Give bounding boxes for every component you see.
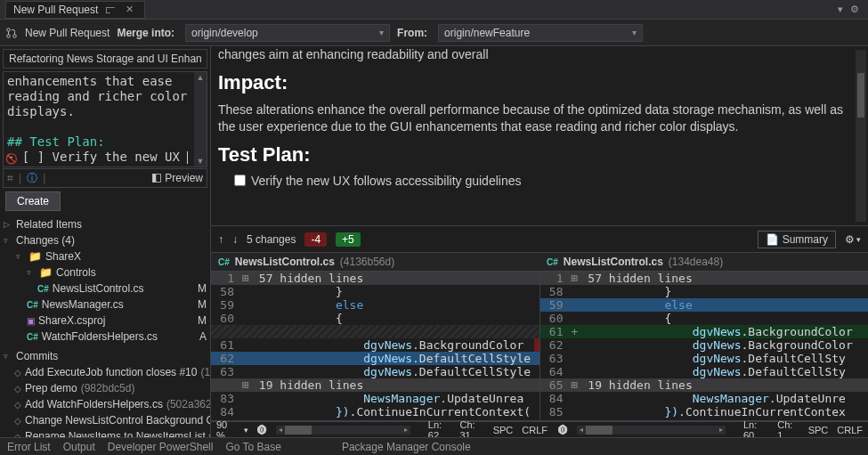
line-number: 61: [540, 325, 569, 338]
code-line[interactable]: 61 dgvNews.BackgroundColor: [211, 338, 539, 352]
gutter[interactable]: ⊞: [239, 272, 252, 285]
diff-file-right[interactable]: C# NewsListControl.cs (134dea48): [539, 253, 868, 271]
tab-developer-powershell[interactable]: Developer PowerShell: [108, 441, 214, 453]
line-number: 1: [211, 272, 239, 285]
commit-item[interactable]: ◇ Add ExecuteJob function closes #10 (13…: [0, 364, 210, 380]
indent-mode[interactable]: SPC: [808, 425, 829, 435]
scroll-up-icon[interactable]: ▲: [196, 72, 206, 83]
file-item[interactable]: ▣ShareX.csprojM: [0, 313, 210, 329]
tab-error-list[interactable]: Error List: [7, 441, 51, 453]
code-line[interactable]: 62 dgvNews.BackgroundColor: [540, 338, 869, 352]
zoom-level[interactable]: 90 %: [216, 419, 235, 438]
info-icon[interactable]: ⓘ: [27, 171, 37, 186]
code-line[interactable]: 61+ dgvNews.BackgroundColor: [540, 325, 869, 338]
commit-item[interactable]: ◇ Change NewsListControl Background Colo…: [0, 412, 210, 428]
diff-right-pane[interactable]: 1⊞ 57 hidden lines58 }59 else60 {61+ dgv…: [540, 272, 869, 420]
markdown-icon[interactable]: ⌗: [7, 172, 13, 184]
create-button[interactable]: Create: [5, 191, 61, 211]
document-tab[interactable]: New Pull Request ⫍ ✕: [5, 1, 145, 19]
code-line[interactable]: 62 dgvNews.DefaultCellStyle: [211, 352, 539, 365]
line-number: 62: [211, 352, 239, 365]
scrollbar[interactable]: ▲ ▼: [194, 72, 207, 167]
folder-sharex[interactable]: ▿📁ShareX: [0, 248, 210, 264]
description-toolbar: ⌗ | ⓘ | Preview: [3, 168, 207, 188]
gutter[interactable]: ⊞: [239, 378, 252, 392]
next-change-icon[interactable]: ↓: [232, 233, 238, 246]
line-number: 64: [540, 365, 569, 378]
diff-left-pane[interactable]: 1⊞ 57 hidden lines58 }59 else60 {61 dgvN…: [211, 272, 540, 420]
impact-text: These alterations enhance the overall pe…: [218, 102, 850, 136]
code-line[interactable]: 86 {: [540, 418, 869, 420]
issues-indicator[interactable]: ⓿: [257, 425, 267, 435]
pr-description-editor[interactable]: enhancements that ease reading and riche…: [3, 71, 207, 167]
commits-section[interactable]: ▿Commits: [0, 348, 210, 364]
code-line[interactable]: 84 }).ContinueInCurrentContext(: [211, 405, 539, 418]
target-branch-dropdown[interactable]: origin/develop ▾: [185, 24, 390, 42]
tab-go-to-base[interactable]: Go To Base: [225, 441, 280, 453]
column-indicator[interactable]: Ch: 1: [777, 419, 799, 438]
issues-indicator[interactable]: ⓿: [558, 425, 568, 435]
tab-output[interactable]: Output: [63, 441, 95, 453]
file-item[interactable]: C#WatchFoldersHelpers.csA: [0, 329, 210, 345]
diff-settings-button[interactable]: ⚙▾: [845, 233, 861, 246]
code-line[interactable]: 58 }: [211, 285, 539, 298]
folder-controls[interactable]: ▿📁Controls: [0, 264, 210, 280]
gutter[interactable]: ⊞: [569, 272, 581, 285]
source-branch-dropdown[interactable]: origin/newFeature ▾: [438, 24, 643, 42]
code-line[interactable]: ⊞ 19 hidden lines: [211, 378, 539, 392]
line-number: 85: [211, 418, 239, 420]
scroll-down-icon[interactable]: ▼: [196, 156, 206, 167]
indent-mode[interactable]: SPC: [493, 425, 514, 435]
line-number: 59: [540, 298, 569, 312]
merge-into-label: Merge into:: [117, 27, 174, 39]
code-line[interactable]: 83 NewsManager.UpdateUnrea: [211, 392, 539, 405]
column-indicator[interactable]: Ch: 31: [460, 419, 484, 438]
line-ending[interactable]: CRLF: [837, 425, 863, 435]
code-line[interactable]: 1⊞ 57 hidden lines: [540, 272, 869, 285]
line-indicator[interactable]: Ln: 62: [428, 419, 451, 438]
code-line[interactable]: 63 dgvNews.DefaultCellStyle: [211, 365, 539, 378]
line-number: 86: [540, 418, 569, 420]
code-line[interactable]: 85 {: [211, 418, 539, 420]
commit-item[interactable]: ◇ Rename NewsItems to NewsItemsList #19 …: [0, 428, 210, 437]
summary-button[interactable]: 📄 Summary: [758, 231, 836, 248]
code-line[interactable]: 60 {: [540, 312, 869, 325]
diff-file-left[interactable]: C# NewsListControl.cs (4136b56d): [211, 253, 539, 271]
code-line[interactable]: 63 dgvNews.DefaultCellSty: [540, 352, 869, 365]
code-line[interactable]: 59 else: [211, 298, 539, 312]
commit-item[interactable]: ◇ Add WatchFoldersHelpers.cs (502a3629): [0, 396, 210, 412]
gear-icon[interactable]: ⚙: [847, 4, 863, 15]
code-line[interactable]: 59 else: [540, 298, 869, 312]
line-ending[interactable]: CRLF: [522, 425, 548, 435]
gutter[interactable]: +: [569, 325, 581, 338]
chevron-down-icon[interactable]: ▾: [244, 426, 248, 435]
file-item[interactable]: C#NewsListControl.csM: [0, 280, 210, 297]
code-line[interactable]: 65⊞ 19 hidden lines: [540, 378, 869, 392]
horizontal-scrollbar[interactable]: ◂▸: [577, 426, 726, 435]
code-line[interactable]: 1⊞ 57 hidden lines: [211, 272, 539, 285]
testplan-checkbox[interactable]: [234, 175, 246, 186]
scrollbar[interactable]: [856, 50, 866, 222]
line-indicator[interactable]: Ln: 60: [743, 419, 768, 438]
tab-package-manager-console[interactable]: Package Manager Console: [342, 441, 471, 453]
code-line[interactable]: 60 {: [211, 312, 539, 325]
code-line[interactable]: 58 }: [540, 285, 869, 298]
at-mention-icon[interactable]: 🚫: [5, 153, 18, 165]
impact-heading: Impact:: [218, 71, 850, 94]
pin-icon[interactable]: ⫍: [101, 4, 118, 15]
close-icon[interactable]: ✕: [122, 4, 137, 15]
file-item[interactable]: C#NewsManager.csM: [0, 297, 210, 313]
related-items-section[interactable]: ▷Related Items: [0, 216, 210, 232]
gutter[interactable]: ⊞: [569, 378, 581, 392]
pr-title-input[interactable]: [3, 49, 207, 69]
commit-item[interactable]: ◇ Prep demo (982bdc5d): [0, 380, 210, 396]
preview-button[interactable]: Preview: [151, 172, 203, 184]
summary-icon: 📄: [766, 233, 779, 246]
prev-change-icon[interactable]: ↑: [218, 233, 223, 246]
code-line[interactable]: 84 NewsManager.UpdateUnre: [540, 392, 869, 405]
horizontal-scrollbar[interactable]: ◂▸: [276, 426, 410, 435]
window-position-icon[interactable]: ▾: [834, 4, 847, 15]
code-line[interactable]: 85 }).ContinueInCurrentContex: [540, 405, 869, 418]
code-line[interactable]: 64 dgvNews.DefaultCellSty: [540, 365, 869, 378]
changes-section[interactable]: ▿Changes (4): [0, 232, 210, 248]
